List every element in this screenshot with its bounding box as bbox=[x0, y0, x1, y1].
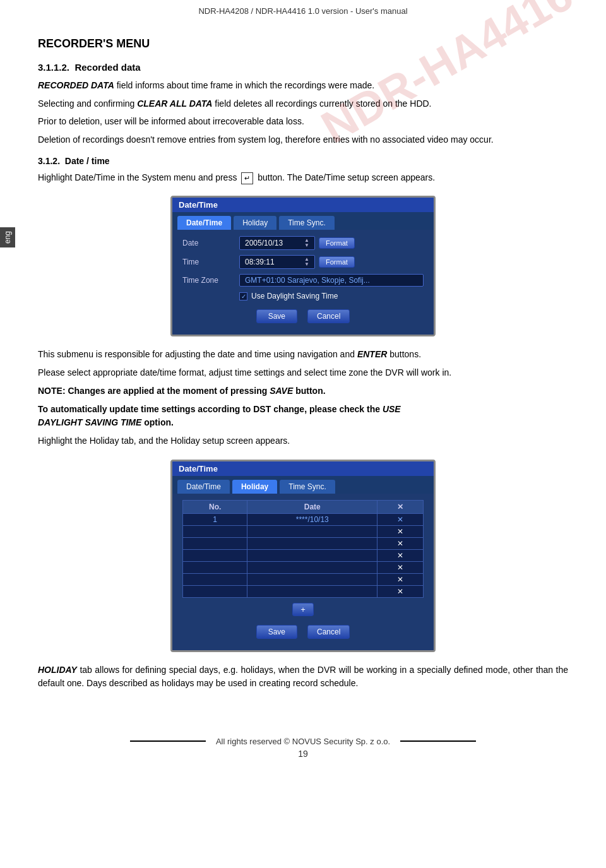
dvr1-timezone-value[interactable]: GMT+01:00 Sarajevo, Skopje, Sofij... bbox=[239, 274, 424, 287]
dvr2-cell-no-3 bbox=[183, 537, 247, 549]
dst-option2: option. bbox=[144, 417, 174, 427]
subsection-312-label: 3.1.2. bbox=[38, 156, 60, 166]
header-title: NDR-HA4208 / NDR-HA4416 1.0 version - Us… bbox=[198, 6, 407, 16]
dvr-datetime-screenshot: Date/Time Date/Time Holiday Time Sync. D… bbox=[170, 196, 436, 336]
dvr2-cell-date-4 bbox=[247, 549, 377, 561]
dvr1-timezone-row: Time Zone GMT+01:00 Sarajevo, Skopje, So… bbox=[182, 274, 424, 287]
subsection-312-title: 3.1.2. Date / time bbox=[38, 156, 568, 166]
dvr2-tab-timesync[interactable]: Time Sync. bbox=[280, 480, 335, 494]
clear-all-text: field deletes all recordings currently s… bbox=[215, 98, 431, 109]
holiday-label: HOLIDAY bbox=[38, 665, 77, 675]
dvr2-cell-no-5 bbox=[183, 561, 247, 573]
dvr1-date-down[interactable]: ▼ bbox=[304, 243, 309, 248]
para-deletion-note: Deletion of recordings doesn't remove en… bbox=[38, 133, 568, 147]
dvr2-cell-x-2[interactable]: ✕ bbox=[377, 525, 424, 537]
footer-hr-left bbox=[130, 740, 206, 742]
dvr1-date-value[interactable]: 2005/10/13 ▲ ▼ bbox=[239, 236, 315, 250]
para-clear-all: Selecting and confirming CLEAR ALL DATA … bbox=[38, 97, 568, 111]
dvr1-tab-datetime[interactable]: Date/Time bbox=[177, 216, 231, 230]
dvr1-save-btn[interactable]: Save bbox=[256, 309, 297, 323]
dvr2-cell-no-4 bbox=[183, 549, 247, 561]
dvr2-cell-date-7 bbox=[247, 585, 377, 597]
dvr2-tab-holiday[interactable]: Holiday bbox=[232, 480, 277, 494]
dvr2-cell-no-6 bbox=[183, 573, 247, 585]
para-holiday-desc: HOLIDAY tab allows for defining special … bbox=[38, 663, 568, 691]
dvr2-row-4: ✕ bbox=[183, 549, 424, 561]
dvr2-cell-x-7[interactable]: ✕ bbox=[377, 585, 424, 597]
dvr1-title-bar: Date/Time bbox=[172, 198, 434, 212]
dvr1-time-format-btn[interactable]: Format bbox=[319, 256, 355, 268]
subsection-312-heading: Date / time bbox=[65, 156, 110, 166]
para-prior-deletion: Prior to deletion, user will be informed… bbox=[38, 115, 568, 129]
para-submenu-text1: This submenu is responsible for adjustin… bbox=[38, 349, 355, 359]
dvr1-tab-timesync[interactable]: Time Sync. bbox=[279, 216, 335, 230]
recorded-data-text: field informs about time frame in which … bbox=[117, 80, 375, 90]
dvr2-cell-date-3 bbox=[247, 537, 377, 549]
page-footer: All rights reserved © NOVUS Security Sp.… bbox=[0, 733, 606, 759]
dvr1-time-text: 08:39:11 bbox=[245, 258, 275, 266]
dst-option: DAYLIGHT SAVING TIME bbox=[38, 417, 141, 427]
save-label: SAVE bbox=[270, 386, 293, 396]
para-select-format: Please select appropriate date/time form… bbox=[38, 366, 568, 380]
dvr2-row-5: ✕ bbox=[183, 561, 424, 573]
dvr1-checkbox[interactable]: ✓ bbox=[239, 292, 247, 300]
dvr2-cell-x-6[interactable]: ✕ bbox=[377, 573, 424, 585]
footer-hr-right bbox=[400, 740, 476, 742]
dvr1-tabs: Date/Time Holiday Time Sync. bbox=[172, 212, 434, 230]
dvr2-cell-no-1: 1 bbox=[183, 513, 247, 525]
subsection-3112-heading: Recorded data bbox=[74, 62, 140, 73]
dvr1-date-format-btn[interactable]: Format bbox=[319, 237, 355, 249]
dvr1-date-label: Date bbox=[182, 239, 239, 247]
dvr-holiday-screenshot: Date/Time Date/Time Holiday Time Sync. N… bbox=[170, 460, 436, 652]
enter-label: ENTER bbox=[357, 349, 389, 359]
dvr2-footer: Save Cancel bbox=[182, 620, 424, 641]
dvr1-body: Date 2005/10/13 ▲ ▼ Format Time 08:39:11… bbox=[172, 230, 434, 335]
dvr1-cancel-btn[interactable]: Cancel bbox=[307, 309, 350, 323]
page-content: RECORDER'S MENU 3.1.1.2. Recorded data R… bbox=[0, 20, 606, 714]
dvr1-timezone-label: Time Zone bbox=[182, 276, 239, 285]
dvr2-cancel-btn[interactable]: Cancel bbox=[307, 625, 350, 639]
dvr2-cell-no-2 bbox=[183, 525, 247, 537]
dvr1-time-down[interactable]: ▼ bbox=[304, 262, 309, 267]
dvr2-cell-date-6 bbox=[247, 573, 377, 585]
dvr2-cell-x-4[interactable]: ✕ bbox=[377, 549, 424, 561]
highlight-intro: Highlight Date/Time in the System menu a… bbox=[38, 172, 237, 182]
dvr2-save-btn[interactable]: Save bbox=[256, 625, 297, 639]
dvr2-tabs: Date/Time Holiday Time Sync. bbox=[172, 476, 434, 494]
dvr1-checkbox-label: Use Daylight Saving Time bbox=[251, 292, 338, 300]
dvr1-footer: Save Cancel bbox=[182, 304, 424, 326]
dvr1-time-row: Time 08:39:11 ▲ ▼ Format bbox=[182, 255, 424, 269]
to-label: To automatically update time settings ac… bbox=[38, 404, 383, 414]
selecting-text: Selecting and confirming bbox=[38, 98, 137, 109]
dvr1-tab-holiday[interactable]: Holiday bbox=[234, 216, 276, 230]
dvr2-tab-datetime[interactable]: Date/Time bbox=[177, 480, 230, 494]
dvr2-body: No. Date ✕ 1 ****/10/13 ✕ ✕ bbox=[172, 494, 434, 650]
dvr1-date-text: 2005/10/13 bbox=[245, 239, 283, 247]
dvr2-add-row: + bbox=[182, 603, 424, 616]
dvr2-cell-x-1[interactable]: ✕ bbox=[377, 513, 424, 525]
highlight-intro2: button. The Date/Time setup screen appea… bbox=[258, 172, 435, 182]
dvr2-row-6: ✕ bbox=[183, 573, 424, 585]
dvr1-date-row: Date 2005/10/13 ▲ ▼ Format bbox=[182, 236, 424, 250]
clear-all-data-term: CLEAR ALL DATA bbox=[137, 98, 212, 109]
dvr1-time-value[interactable]: 08:39:11 ▲ ▼ bbox=[239, 255, 315, 269]
page-header: NDR-HA4208 / NDR-HA4416 1.0 version - Us… bbox=[0, 0, 606, 20]
recorded-data-term: RECORDED DATA bbox=[38, 80, 114, 90]
dvr2-row-7: ✕ bbox=[183, 585, 424, 597]
section-title: RECORDER'S MENU bbox=[38, 37, 568, 51]
dvr2-cell-x-3[interactable]: ✕ bbox=[377, 537, 424, 549]
para-submenu-responsible: This submenu is responsible for adjustin… bbox=[38, 348, 568, 362]
dvr2-col-date: Date bbox=[247, 500, 377, 513]
para-dst: To automatically update time settings ac… bbox=[38, 403, 568, 430]
subsection-3112-label: 3.1.1.2. bbox=[38, 62, 69, 73]
dvr2-row-3: ✕ bbox=[183, 537, 424, 549]
dvr2-cell-x-5[interactable]: ✕ bbox=[377, 561, 424, 573]
dvr2-cell-date-2 bbox=[247, 525, 377, 537]
dvr1-checkbox-row: ✓ Use Daylight Saving Time bbox=[182, 292, 424, 300]
dvr2-row-2: ✕ bbox=[183, 525, 424, 537]
language-tab: eng bbox=[0, 227, 15, 247]
dvr2-add-btn[interactable]: + bbox=[292, 603, 314, 616]
footer-line: All rights reserved © NOVUS Security Sp.… bbox=[0, 737, 606, 746]
note-label2: button. bbox=[295, 386, 325, 396]
dvr2-col-x: ✕ bbox=[377, 500, 424, 513]
